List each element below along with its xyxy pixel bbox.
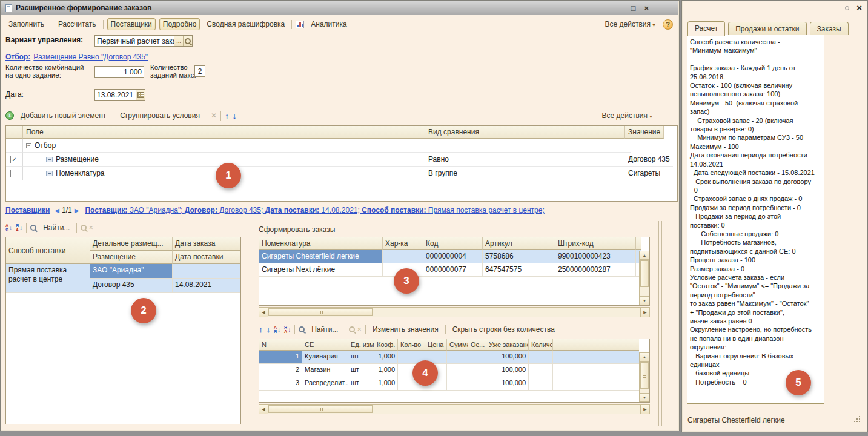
vertical-scrollbar[interactable]: ▲ ▼	[639, 251, 649, 305]
calculate-button[interactable]: Рассчитать	[55, 19, 99, 30]
se-cell[interactable]: Кулинария	[302, 351, 348, 364]
window-titlebar[interactable]: Расширенное формирование заказов _ □ ×	[1, 1, 678, 15]
coef-cell[interactable]: 1,000	[374, 364, 398, 377]
ordered-cell[interactable]: 100,000	[486, 377, 529, 391]
scroll-down-icon[interactable]: ▼	[640, 393, 649, 402]
open-button[interactable]	[183, 36, 192, 46]
filter-group-row[interactable]: −Отбор	[6, 139, 677, 153]
move-up-icon[interactable]: ↑	[259, 326, 263, 334]
close-button[interactable]: ×	[644, 4, 649, 12]
filter-link-value[interactable]: Размещение Равно "Договор 435"	[33, 53, 148, 61]
row-number-cell[interactable]: 1	[259, 351, 302, 364]
nomenclature-name-cell[interactable]: Сигареты Next лёгкие	[259, 263, 383, 277]
all-actions-button[interactable]: Все действия▼	[602, 19, 659, 30]
coef-cell[interactable]: 1,000	[374, 377, 398, 391]
unit-cell[interactable]: шт	[348, 351, 374, 364]
minimize-button[interactable]: _	[618, 4, 622, 12]
filter-all-actions-button[interactable]: Все действия▼	[599, 110, 656, 121]
horizontal-scrollbar[interactable]: ◀ ▶	[259, 404, 650, 414]
tab-calculation[interactable]: Расчет	[687, 21, 725, 36]
rest-cell[interactable]	[468, 377, 486, 391]
unit-cell[interactable]: шт	[348, 377, 374, 391]
move-down-icon[interactable]: ↓	[232, 112, 236, 120]
analytics-button[interactable]: Аналитика	[308, 19, 350, 30]
tab-sales-and-stock[interactable]: Продажи и остатки	[728, 22, 806, 35]
collapse-icon[interactable]: −	[26, 143, 31, 148]
nomenclature-name-cell[interactable]: Сигареты Chesterfield легкие	[259, 250, 383, 263]
delete-icon[interactable]: ✕	[211, 111, 217, 120]
pin-icon[interactable]	[845, 6, 849, 10]
barcode-cell[interactable]: 9900100000423	[555, 250, 636, 263]
clear-search-icon[interactable]	[81, 225, 87, 231]
tasks-max-input[interactable]: 2	[194, 65, 205, 77]
prev-page-icon[interactable]: ◀	[55, 207, 59, 214]
scrollbar-thumb[interactable]	[640, 362, 649, 389]
checkbox-unchecked[interactable]	[10, 170, 18, 177]
scroll-right-icon[interactable]: ▶	[640, 405, 649, 414]
row-number-cell[interactable]: 3	[259, 377, 302, 391]
date-input[interactable]: 13.08.2021	[94, 89, 145, 101]
rest-cell[interactable]	[468, 364, 486, 377]
panel-close-button[interactable]: ×	[856, 2, 862, 13]
se-cell[interactable]: Магазин	[302, 364, 348, 377]
sum-cell[interactable]	[447, 377, 468, 391]
next-page-icon[interactable]: ▶	[75, 207, 79, 214]
extra-cell[interactable]	[529, 377, 553, 391]
nomenclature-row[interactable]: Сигареты Chesterfield легкие 0000000004 …	[259, 250, 639, 263]
supply-table-row[interactable]: Прямая поставка расчет в центре ЗАО "Ари…	[6, 264, 240, 293]
characteristic-cell[interactable]	[383, 250, 423, 263]
extra-cell[interactable]	[529, 364, 553, 377]
article-cell[interactable]: 5758686	[483, 250, 555, 263]
sort-asc-icon[interactable]: АЯ↓	[5, 223, 12, 232]
scroll-down-icon[interactable]: ▼	[640, 296, 649, 305]
change-values-button[interactable]: Изменить значения	[369, 324, 442, 335]
detail-toggle-button[interactable]: Подробно	[159, 18, 200, 30]
unit-cell[interactable]: шт	[348, 364, 374, 377]
sum-cell[interactable]	[447, 364, 468, 377]
scrollbar-thumb[interactable]	[268, 405, 373, 413]
ordered-cell[interactable]: 100,000	[486, 364, 529, 377]
code-cell[interactable]: 0000000004	[423, 250, 483, 263]
barcode-cell[interactable]: 2500000000287	[555, 263, 636, 277]
supplier-detail-link[interactable]: Поставщик: ЗАО "Ариадна"; Договор: Догов…	[85, 206, 544, 214]
help-button[interactable]: ?	[663, 19, 673, 30]
quantities-row[interactable]: 3 Распределит... шт 1,000 100,000	[259, 377, 639, 391]
sort-desc-icon[interactable]: ЯА↓	[16, 223, 22, 232]
choose-button[interactable]: ...	[174, 36, 183, 46]
vertical-scrollbar[interactable]: ▲ ▼	[639, 352, 649, 402]
scroll-right-icon[interactable]: ▶	[640, 308, 649, 317]
supply-date-cell[interactable]: 14.08.2021	[173, 279, 240, 293]
quantities-row[interactable]: 2 Магазин шт 1,000 100,000	[259, 364, 639, 377]
extra-cell[interactable]	[529, 351, 553, 364]
move-up-icon[interactable]: ↑	[225, 112, 229, 120]
quantities-row[interactable]: 1 Кулинария шт 1,000 100,000	[259, 351, 639, 364]
combinations-input[interactable]: 1 000	[94, 66, 144, 78]
fill-button[interactable]: Заполнить	[5, 19, 47, 30]
scrollbar-thumb[interactable]	[640, 260, 649, 287]
move-down-icon[interactable]: ↓	[267, 326, 271, 334]
resize-grip-icon[interactable]	[854, 416, 861, 423]
group-conditions-button[interactable]: Сгруппировать условия	[117, 110, 203, 121]
filter-row-placement[interactable]: ✓ Размещение Равно Договор 435	[6, 153, 677, 167]
supply-method-cell[interactable]: Прямая поставка расчет в центре	[6, 264, 90, 293]
clear-search-icon[interactable]	[349, 326, 355, 332]
variant-field[interactable]: Первичный расчет зака ...	[94, 35, 193, 47]
filter-row-nomenclature[interactable]: Номенклатура В группе Сигареты	[6, 167, 677, 180]
scroll-up-icon[interactable]: ▲	[640, 352, 649, 362]
hide-empty-rows-button[interactable]: Скрыть строки без количества	[449, 324, 558, 335]
sort-desc-icon[interactable]: ЯА↓	[284, 325, 291, 334]
scroll-left-icon[interactable]: ◀	[259, 405, 268, 414]
nomenclature-row[interactable]: Сигареты Next лёгкие 0000000077 64754757…	[259, 263, 639, 277]
placement-org-cell[interactable]: ЗАО "Ариадна"	[90, 264, 173, 279]
sum-cell[interactable]	[447, 351, 468, 364]
filter-link-label[interactable]: Отбор:	[5, 53, 30, 61]
coef-cell[interactable]: 1,000	[374, 351, 398, 364]
order-date-cell[interactable]	[173, 264, 240, 279]
se-cell[interactable]: Распределит...	[302, 377, 348, 391]
horizontal-scrollbar[interactable]: ◀ ▶	[259, 307, 650, 317]
article-cell[interactable]: 647547575	[483, 263, 555, 277]
rest-cell[interactable]	[468, 351, 486, 364]
row-number-cell[interactable]: 2	[259, 364, 302, 377]
suppliers-link[interactable]: Поставщики	[5, 206, 50, 214]
checkbox-checked[interactable]: ✓	[10, 156, 18, 164]
